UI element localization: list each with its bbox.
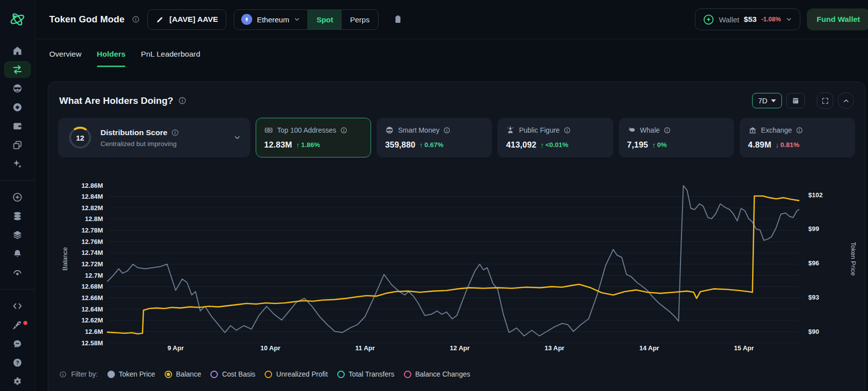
fullscreen-button[interactable] [817, 92, 833, 109]
header-left: Token God Mode [AAVE] AAVE Ethereum Spot… [49, 9, 695, 30]
time-range-selector[interactable]: 7D [752, 93, 782, 108]
sidebar-item-radar[interactable] [4, 264, 31, 281]
stat-card-public-figure[interactable]: Public Figure413,092↑<0.01% [497, 118, 613, 157]
stat-card-header: Whale [627, 126, 726, 135]
network-selector[interactable]: Ethereum [234, 10, 307, 29]
wallet-label: Wallet [719, 15, 739, 24]
info-icon[interactable] [171, 129, 179, 137]
sidebar-item-bell[interactable] [4, 245, 31, 262]
sidebar-item-settings[interactable] [4, 373, 31, 390]
arrow-up-icon: ↑ [419, 141, 423, 149]
chat-icon [12, 338, 23, 349]
stat-value-row: 413,092↑<0.01% [506, 140, 604, 150]
info-icon[interactable] [132, 15, 140, 23]
app-root: Token God Mode [AAVE] AAVE Ethereum Spot… [0, 0, 868, 391]
calendar-button[interactable] [786, 93, 805, 108]
token-selector-button[interactable]: [AAVE] AAVE [147, 9, 226, 30]
tab-perps[interactable]: Perps [342, 10, 378, 29]
wallet-menu[interactable]: Wallet $53 -1.08% [695, 8, 800, 30]
series-balance [107, 196, 799, 334]
sidebar-item-copy[interactable] [4, 137, 31, 154]
sidebar-item-wallet[interactable] [4, 118, 31, 135]
copy-address-icon[interactable] [393, 14, 403, 24]
bank-icon [748, 126, 757, 135]
tab-overview[interactable]: Overview [49, 40, 82, 68]
y-left-tick-label: 12.68M [82, 283, 103, 290]
stat-change-percent: 0% [657, 141, 667, 149]
sidebar-item-sparkles[interactable] [4, 156, 31, 172]
y-left-tick-label: 12.64M [82, 306, 103, 313]
filter-radio-icon [210, 371, 218, 378]
y-left-tick-label: 12.82M [82, 204, 103, 212]
sidebar-nav [0, 38, 35, 391]
distribution-score-card[interactable]: 12 Distribution Score Centralized but im… [58, 118, 250, 157]
banknote-icon [264, 126, 273, 135]
y-left-tick-label: 12.6M [85, 328, 103, 335]
filter-unrealized-profit[interactable]: Unrealized Profit [265, 370, 328, 378]
x-tick-label: 13 Apr [545, 344, 565, 352]
sidebar-item-layers[interactable] [4, 227, 31, 243]
sidebar-item-swap[interactable] [4, 61, 31, 78]
tab-spot[interactable]: Spot [308, 10, 341, 29]
stat-card-header: Smart Money [385, 126, 483, 135]
sidebar-item-smart-money[interactable] [4, 80, 31, 97]
sidebar-item-gem[interactable] [4, 99, 31, 116]
whale-icon [627, 126, 636, 135]
app-logo-icon[interactable] [0, 0, 35, 38]
fund-wallet-button[interactable]: Fund Wallet [807, 8, 868, 30]
arrow-up-icon: ↑ [540, 141, 544, 149]
stat-change: ↑<0.01% [540, 141, 568, 149]
sidebar-item-star[interactable] [4, 189, 31, 206]
x-tick-label: 11 Apr [355, 344, 375, 352]
star-circle-icon [12, 192, 23, 203]
radar-icon [12, 267, 23, 278]
notification-dot [23, 321, 27, 325]
y-left-tick-label: 12.66M [82, 294, 103, 302]
arrow-up-icon: ↑ [296, 141, 299, 149]
filter-token-price[interactable]: Token Price [107, 370, 155, 378]
stat-label: Public Figure [519, 126, 560, 134]
holders-chart[interactable]: 12.86M12.84M12.82M12.8M12.78M12.76M12.74… [60, 164, 866, 353]
line-chart[interactable]: 12.86M12.84M12.82M12.8M12.78M12.76M12.74… [60, 164, 866, 353]
collapse-panel-button[interactable] [838, 92, 854, 109]
filter-cost-basis[interactable]: Cost Basis [210, 370, 255, 378]
chevron-down-icon [785, 16, 792, 23]
header-right: Wallet $53 -1.08% Fund Wallet [695, 8, 868, 30]
filter-radio-icon [165, 371, 172, 378]
y-right-tick-label: $90 [808, 328, 819, 335]
stat-card-whale[interactable]: Whale7,195↑0% [619, 118, 734, 157]
sidebar-item-help[interactable] [4, 354, 31, 371]
filter-radio-icon [404, 371, 411, 378]
stat-change: ↑0.67% [419, 141, 443, 149]
stat-label: Smart Money [398, 126, 439, 134]
stat-card-top-100-addresses[interactable]: Top 100 Addresses12.83M↑1.86% [256, 118, 371, 157]
x-tick-label: 15 Apr [734, 344, 754, 352]
filter-balance[interactable]: Balance [165, 370, 201, 378]
filter-option-label: Token Price [119, 370, 155, 378]
tab-pnl-leaderboard[interactable]: PnL Leaderboard [141, 40, 200, 68]
settings-icon [12, 376, 23, 387]
smart-money-icon [385, 126, 394, 135]
x-tick-label: 12 Apr [450, 344, 470, 352]
info-icon[interactable] [178, 96, 187, 105]
sidebar-item-database[interactable] [4, 208, 31, 225]
copy-icon [12, 140, 23, 151]
stat-value: 4.89M [748, 140, 772, 150]
sidebar-item-rocket[interactable] [4, 316, 31, 333]
stat-card-exchange[interactable]: Exchange4.89M↓0.81% [740, 118, 855, 157]
page-title: Token God Mode [49, 14, 124, 25]
filter-option-label: Balance Changes [415, 370, 471, 378]
filter-total-transfers[interactable]: Total Transfers [337, 370, 394, 378]
filter-option-label: Unrealized Profit [276, 370, 328, 378]
bell-icon [12, 248, 23, 259]
layers-icon [12, 230, 23, 240]
holders-panel: What Are Holders Doing? 7D [48, 81, 866, 391]
chevron-down-icon[interactable] [233, 134, 241, 142]
stat-card-smart-money[interactable]: Smart Money359,880↑0.67% [377, 118, 492, 157]
tab-holders[interactable]: Holders [97, 40, 126, 68]
info-icon[interactable] [59, 371, 67, 378]
sidebar-item-code[interactable] [4, 298, 31, 314]
sidebar-item-home[interactable] [4, 42, 31, 59]
filter-balance-changes[interactable]: Balance Changes [404, 370, 471, 378]
sidebar-item-chat[interactable] [4, 335, 31, 352]
